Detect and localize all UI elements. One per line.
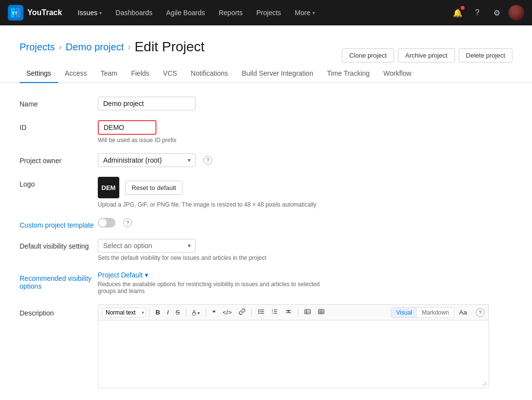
font-color-button[interactable]: A ▾ [189, 307, 203, 317]
archive-project-button[interactable]: Archive project [398, 48, 455, 63]
issues-chevron-icon: ▾ [99, 10, 102, 16]
breadcrumb-demo-project[interactable]: Demo project [66, 42, 124, 53]
settings-content: Name ID Will be used as issue ID prefix … [0, 83, 532, 400]
editor-toolbar: Normal text B I S A ▾ ❝ </> [98, 304, 489, 320]
tab-access[interactable]: Access [58, 64, 94, 83]
gear-icon: ⚙ [493, 8, 500, 18]
user-avatar[interactable] [509, 5, 524, 21]
template-row: Custom project template ? [20, 218, 512, 229]
table-button[interactable] [315, 307, 328, 318]
tab-vcs[interactable]: VCS [156, 64, 184, 83]
link-icon [239, 308, 245, 315]
indent-button[interactable] [282, 307, 295, 318]
bullet-list-button[interactable] [255, 307, 267, 318]
tab-build-server[interactable]: Build Server Integration [235, 64, 320, 83]
nav-dashboards[interactable]: Dashboards [110, 6, 158, 20]
visibility-select-wrapper: Select an option [98, 239, 196, 253]
code-button[interactable]: </> [220, 307, 235, 317]
toggle-knob [99, 219, 107, 227]
tab-team[interactable]: Team [94, 64, 124, 83]
name-control [98, 97, 342, 110]
visibility-control: Select an option Sets the default visibi… [98, 239, 342, 261]
description-editor[interactable]: ⊿ [98, 320, 489, 388]
font-size-button[interactable]: Aa [456, 307, 470, 317]
page-wrapper: YT YouTrack Issues ▾ Dashboards Agile Bo… [0, 0, 532, 400]
visual-tab[interactable]: Visual [391, 308, 417, 317]
svg-rect-21 [318, 309, 324, 314]
link-button[interactable] [236, 307, 248, 318]
id-label: ID [20, 120, 98, 131]
bold-button[interactable]: B [153, 307, 163, 317]
recommended-row: Recommended visibility options Project D… [20, 271, 512, 295]
logo-reset-button[interactable]: Reset to default [125, 181, 182, 195]
breadcrumb-edit-project: Edit Project [134, 39, 204, 55]
markdown-tab[interactable]: Markdown [417, 308, 454, 317]
svg-rect-17 [305, 309, 310, 314]
recommended-label: Recommended visibility options [20, 271, 98, 290]
numbered-list-button[interactable]: 1 2 3 [268, 307, 281, 318]
nav-more[interactable]: More ▾ [289, 6, 321, 20]
breadcrumb-sep-2: › [128, 42, 131, 52]
description-row: Description Normal text B I S A ▾ [20, 304, 512, 388]
notifications-button[interactable]: 🔔 [450, 5, 466, 21]
svg-rect-4 [260, 310, 264, 310]
svg-point-3 [258, 309, 259, 310]
id-control: Will be used as issue ID prefix [98, 120, 342, 144]
id-input[interactable] [98, 120, 156, 135]
logo-text: YouTrack [27, 8, 62, 17]
svg-point-5 [258, 311, 259, 312]
help-button[interactable]: ? [469, 5, 485, 21]
toolbar-sep-2 [186, 308, 186, 317]
nav-issues[interactable]: Issues ▾ [72, 6, 108, 20]
tab-settings[interactable]: Settings [20, 64, 58, 83]
svg-text:3: 3 [272, 312, 273, 315]
breadcrumb-and-actions: Projects › Demo project › Edit Project C… [0, 25, 532, 63]
template-help-icon[interactable]: ? [123, 218, 132, 227]
font-color-label: A [192, 309, 196, 316]
clone-project-button[interactable]: Clone project [342, 48, 394, 63]
logo-preview: DEM [98, 177, 119, 198]
toolbar-right: Visual Markdown Aa ? [387, 307, 485, 318]
owner-help-icon[interactable]: ? [203, 156, 212, 165]
tab-notifications[interactable]: Notifications [184, 64, 235, 83]
table-row-button[interactable] [301, 307, 314, 318]
avatar-image [509, 5, 524, 21]
template-control: ? [98, 218, 342, 228]
notification-badge [461, 6, 465, 10]
logo-label: Logo [20, 177, 98, 188]
recommended-value[interactable]: Project Default ▾ [98, 271, 342, 279]
italic-button[interactable]: I [164, 307, 172, 317]
id-row: ID Will be used as issue ID prefix [20, 120, 512, 144]
visibility-hint: Sets the default visibility for new issu… [98, 254, 342, 261]
delete-project-button[interactable]: Delete project [459, 48, 512, 63]
visibility-select[interactable]: Select an option [98, 239, 196, 253]
toolbar-sep-3 [206, 308, 206, 317]
settings-button[interactable]: ⚙ [489, 5, 505, 21]
logo-icon: YT [8, 5, 23, 21]
strikethrough-button[interactable]: S [173, 307, 183, 317]
font-color-chevron-icon: ▾ [198, 311, 200, 316]
tab-fields[interactable]: Fields [124, 64, 156, 83]
name-input[interactable] [98, 97, 196, 110]
logo[interactable]: YT YouTrack [8, 5, 62, 21]
editor-help-icon[interactable]: ? [476, 308, 485, 317]
bullet-list-icon [258, 308, 265, 315]
svg-rect-6 [260, 311, 264, 312]
toolbar-sep-4 [251, 308, 252, 317]
quote-button[interactable]: ❝ [209, 307, 219, 317]
tab-time-tracking[interactable]: Time Tracking [320, 64, 377, 83]
text-style-select[interactable]: Normal text [102, 308, 146, 317]
template-toggle[interactable] [98, 218, 115, 228]
owner-select[interactable]: Administrator (root) [98, 153, 196, 167]
svg-point-7 [258, 313, 259, 314]
tab-workflow[interactable]: Workflow [377, 64, 418, 83]
nav-projects[interactable]: Projects [250, 6, 287, 20]
editor-resize-handle[interactable]: ⊿ [482, 379, 488, 387]
svg-rect-8 [260, 313, 264, 314]
owner-row: Project owner Administrator (root) ? [20, 153, 512, 167]
breadcrumb-projects[interactable]: Projects [20, 42, 55, 53]
nav-reports[interactable]: Reports [213, 6, 248, 20]
youtrack-svg-icon: YT [10, 7, 21, 18]
nav-agile-boards[interactable]: Agile Boards [160, 6, 211, 20]
recommended-control: Project Default ▾ Reduces the available … [98, 271, 342, 295]
